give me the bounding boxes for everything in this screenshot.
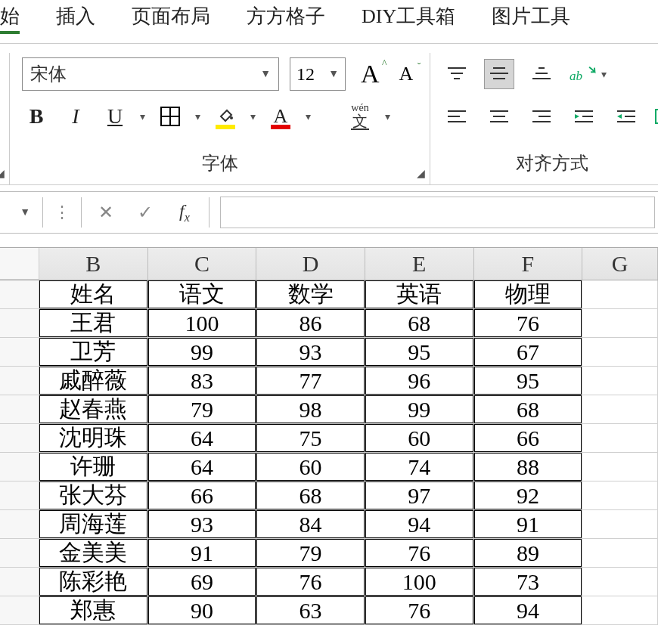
align-middle-button[interactable] xyxy=(485,60,514,88)
column-header[interactable]: C xyxy=(148,248,257,280)
more-icon[interactable]: ⋮ xyxy=(48,203,76,222)
cell[interactable]: 79 xyxy=(148,395,257,424)
row-header[interactable] xyxy=(0,596,39,625)
cell[interactable]: 79 xyxy=(256,539,365,568)
row-header[interactable] xyxy=(0,424,39,453)
cell[interactable]: 76 xyxy=(365,596,474,625)
cell[interactable]: 60 xyxy=(256,453,365,481)
column-header[interactable]: D xyxy=(256,248,365,280)
chevron-down-icon[interactable]: ▾ xyxy=(250,110,256,123)
cell[interactable]: 76 xyxy=(256,568,365,596)
shrink-font-button[interactable]: Aˇ xyxy=(395,63,418,85)
fill-color-button[interactable] xyxy=(211,102,240,131)
cell[interactable]: 91 xyxy=(148,539,257,568)
font-color-button[interactable]: A xyxy=(266,102,295,131)
cell[interactable]: 陈彩艳 xyxy=(39,568,148,596)
cell[interactable] xyxy=(582,395,658,424)
tab-page-layout[interactable]: 页面布局 xyxy=(132,3,210,34)
tab-fanggezi[interactable]: 方方格子 xyxy=(247,3,325,34)
align-left-button[interactable] xyxy=(442,102,471,131)
chevron-down-icon[interactable]: ▾ xyxy=(385,110,390,123)
cell[interactable]: 74 xyxy=(365,453,474,481)
cell[interactable]: 90 xyxy=(148,596,257,625)
cell[interactable]: 金美美 xyxy=(39,539,148,568)
cell[interactable]: 68 xyxy=(365,309,474,338)
cell[interactable]: 60 xyxy=(365,424,474,453)
grow-font-button[interactable]: A^ xyxy=(356,60,384,88)
increase-indent-button[interactable] xyxy=(612,102,641,131)
cell[interactable] xyxy=(582,510,658,539)
cell[interactable]: 93 xyxy=(148,510,257,539)
cell[interactable]: 99 xyxy=(148,338,257,367)
cell[interactable] xyxy=(582,568,658,596)
row-header[interactable] xyxy=(0,309,39,338)
cell[interactable]: 卫芳 xyxy=(39,338,148,367)
tab-home[interactable]: 始 xyxy=(0,3,20,34)
cell[interactable]: 王君 xyxy=(39,309,148,338)
column-header[interactable]: E xyxy=(365,248,474,280)
cell[interactable]: 许珊 xyxy=(39,453,148,481)
row-header[interactable] xyxy=(0,568,39,596)
cell[interactable] xyxy=(582,539,658,568)
row-header[interactable] xyxy=(0,367,39,395)
column-header[interactable]: F xyxy=(474,248,583,280)
cell[interactable]: 92 xyxy=(474,481,583,510)
borders-button[interactable] xyxy=(156,102,185,131)
decrease-indent-button[interactable] xyxy=(570,102,598,131)
cell[interactable] xyxy=(582,367,658,395)
tab-insert[interactable]: 插入 xyxy=(56,3,95,34)
cell[interactable]: 94 xyxy=(474,596,583,625)
cell[interactable]: 语文 xyxy=(148,280,257,309)
dialog-launcher-icon[interactable]: ◢ xyxy=(417,167,425,180)
italic-button[interactable]: I xyxy=(61,102,90,131)
cell[interactable]: 89 xyxy=(474,539,583,568)
cell[interactable]: 戚醉薇 xyxy=(39,367,148,395)
cell[interactable] xyxy=(582,309,658,338)
cell[interactable]: 沈明珠 xyxy=(39,424,148,453)
cell[interactable]: 66 xyxy=(148,481,257,510)
tab-diy-tools[interactable]: DIY工具箱 xyxy=(362,3,455,34)
cell[interactable]: 91 xyxy=(474,510,583,539)
formula-input[interactable] xyxy=(220,197,655,228)
tab-image-tools[interactable]: 图片工具 xyxy=(492,3,570,34)
cell[interactable]: 93 xyxy=(256,338,365,367)
row-header[interactable] xyxy=(0,510,39,539)
cell[interactable]: 63 xyxy=(256,596,365,625)
row-header[interactable] xyxy=(0,539,39,568)
cell[interactable]: 郑惠 xyxy=(39,596,148,625)
cell[interactable]: 66 xyxy=(474,424,583,453)
select-all-corner[interactable] xyxy=(0,248,39,280)
cell[interactable]: 张大芬 xyxy=(39,481,148,510)
column-header[interactable]: G xyxy=(582,248,658,280)
cell[interactable]: 88 xyxy=(474,453,583,481)
cell[interactable]: 100 xyxy=(148,309,257,338)
cancel-formula-button[interactable]: ✕ xyxy=(86,202,126,223)
cell[interactable]: 68 xyxy=(474,395,583,424)
align-center-button[interactable] xyxy=(485,102,514,131)
cell[interactable]: 赵春燕 xyxy=(39,395,148,424)
merge-cells-button[interactable] xyxy=(654,102,658,131)
cell[interactable]: 94 xyxy=(365,510,474,539)
cell[interactable]: 77 xyxy=(256,367,365,395)
align-bottom-button[interactable] xyxy=(527,60,556,88)
row-header[interactable] xyxy=(0,280,39,309)
cell[interactable]: 95 xyxy=(474,367,583,395)
orientation-button[interactable]: ab ▾ xyxy=(570,63,607,85)
cell[interactable]: 69 xyxy=(148,568,257,596)
chevron-down-icon[interactable]: ▾ xyxy=(140,110,145,123)
cell[interactable]: 96 xyxy=(365,367,474,395)
column-header[interactable]: B xyxy=(39,248,148,280)
cell[interactable]: 100 xyxy=(365,568,474,596)
phonetic-guide-button[interactable]: wén文 xyxy=(346,100,374,133)
cell[interactable]: 68 xyxy=(256,481,365,510)
cell[interactable]: 84 xyxy=(256,510,365,539)
cell[interactable]: 86 xyxy=(256,309,365,338)
row-header[interactable] xyxy=(0,453,39,481)
cell[interactable] xyxy=(582,596,658,625)
bold-button[interactable]: B xyxy=(22,102,51,131)
align-right-button[interactable] xyxy=(527,102,556,131)
cell[interactable]: 物理 xyxy=(474,280,583,309)
cell[interactable] xyxy=(582,280,658,309)
row-header[interactable] xyxy=(0,395,39,424)
cell[interactable]: 英语 xyxy=(365,280,474,309)
